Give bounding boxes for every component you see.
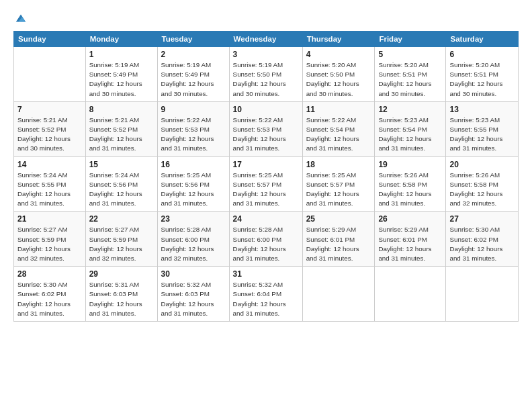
day-number: 9 <box>161 105 226 114</box>
weekday-header: Saturday <box>446 32 519 47</box>
day-info: Sunrise: 5:32 AM Sunset: 6:04 PM Dayligh… <box>233 280 299 318</box>
calendar-cell: 17Sunrise: 5:25 AM Sunset: 5:57 PM Dayli… <box>229 156 302 212</box>
day-info: Sunrise: 5:19 AM Sunset: 5:49 PM Dayligh… <box>161 60 226 99</box>
calendar-cell: 16Sunrise: 5:25 AM Sunset: 5:56 PM Dayli… <box>157 156 229 212</box>
calendar-week-row: 7Sunrise: 5:21 AM Sunset: 5:52 PM Daylig… <box>14 101 519 156</box>
day-info: Sunrise: 5:20 AM Sunset: 5:50 PM Dayligh… <box>306 60 371 99</box>
day-info: Sunrise: 5:24 AM Sunset: 5:56 PM Dayligh… <box>89 171 154 209</box>
calendar-cell <box>446 267 519 322</box>
day-info: Sunrise: 5:25 AM Sunset: 5:57 PM Dayligh… <box>306 171 371 209</box>
calendar-cell: 30Sunrise: 5:32 AM Sunset: 6:03 PM Dayli… <box>157 267 229 322</box>
calendar-table: SundayMondayTuesdayWednesdayThursdayFrid… <box>13 31 519 322</box>
day-info: Sunrise: 5:19 AM Sunset: 5:50 PM Dayligh… <box>233 60 299 99</box>
day-info: Sunrise: 5:21 AM Sunset: 5:52 PM Dayligh… <box>89 116 154 154</box>
day-info: Sunrise: 5:27 AM Sunset: 5:59 PM Dayligh… <box>17 225 82 263</box>
calendar-cell: 31Sunrise: 5:32 AM Sunset: 6:04 PM Dayli… <box>229 267 302 322</box>
calendar-cell: 19Sunrise: 5:26 AM Sunset: 5:58 PM Dayli… <box>375 156 446 212</box>
day-info: Sunrise: 5:30 AM Sunset: 6:02 PM Dayligh… <box>17 280 82 318</box>
calendar-cell: 18Sunrise: 5:25 AM Sunset: 5:57 PM Dayli… <box>302 156 375 212</box>
day-info: Sunrise: 5:28 AM Sunset: 6:00 PM Dayligh… <box>233 225 299 263</box>
day-number: 31 <box>233 269 299 279</box>
day-number: 7 <box>17 105 82 114</box>
day-info: Sunrise: 5:31 AM Sunset: 6:03 PM Dayligh… <box>89 280 154 318</box>
calendar-cell: 9Sunrise: 5:22 AM Sunset: 5:53 PM Daylig… <box>157 101 229 156</box>
weekday-header: Wednesday <box>229 32 302 47</box>
day-number: 22 <box>89 214 154 224</box>
calendar-week-row: 14Sunrise: 5:24 AM Sunset: 5:55 PM Dayli… <box>14 156 519 212</box>
day-number: 30 <box>161 269 226 279</box>
day-number: 14 <box>17 160 82 169</box>
calendar-week-row: 1Sunrise: 5:19 AM Sunset: 5:49 PM Daylig… <box>14 47 519 102</box>
day-info: Sunrise: 5:25 AM Sunset: 5:57 PM Dayligh… <box>233 171 299 209</box>
day-number: 23 <box>161 214 226 224</box>
calendar-cell: 4Sunrise: 5:20 AM Sunset: 5:50 PM Daylig… <box>302 47 375 102</box>
calendar-week-row: 28Sunrise: 5:30 AM Sunset: 6:02 PM Dayli… <box>14 267 519 322</box>
calendar-cell: 10Sunrise: 5:22 AM Sunset: 5:53 PM Dayli… <box>229 101 302 156</box>
weekday-header: Thursday <box>302 32 375 47</box>
weekday-header: Monday <box>85 32 157 47</box>
day-number: 19 <box>378 160 442 169</box>
calendar-cell: 12Sunrise: 5:23 AM Sunset: 5:54 PM Dayli… <box>375 101 446 156</box>
day-number: 17 <box>233 160 299 169</box>
day-info: Sunrise: 5:29 AM Sunset: 6:01 PM Dayligh… <box>378 225 442 263</box>
day-number: 5 <box>378 50 442 59</box>
weekday-header: Friday <box>375 32 446 47</box>
calendar-week-row: 21Sunrise: 5:27 AM Sunset: 5:59 PM Dayli… <box>14 212 519 267</box>
day-info: Sunrise: 5:29 AM Sunset: 6:01 PM Dayligh… <box>306 225 371 263</box>
day-info: Sunrise: 5:22 AM Sunset: 5:53 PM Dayligh… <box>161 116 226 154</box>
day-number: 21 <box>17 214 82 224</box>
day-number: 24 <box>233 214 299 224</box>
page: SundayMondayTuesdayWednesdayThursdayFrid… <box>0 0 532 411</box>
day-info: Sunrise: 5:30 AM Sunset: 6:02 PM Dayligh… <box>449 225 515 263</box>
logo-icon <box>15 12 27 24</box>
calendar-cell <box>375 267 446 322</box>
day-info: Sunrise: 5:25 AM Sunset: 5:56 PM Dayligh… <box>161 171 226 209</box>
logo <box>13 12 27 24</box>
day-info: Sunrise: 5:27 AM Sunset: 5:59 PM Dayligh… <box>89 225 154 263</box>
day-info: Sunrise: 5:23 AM Sunset: 5:55 PM Dayligh… <box>449 116 515 154</box>
calendar-header-row: SundayMondayTuesdayWednesdayThursdayFrid… <box>14 32 519 47</box>
calendar-cell: 14Sunrise: 5:24 AM Sunset: 5:55 PM Dayli… <box>14 156 86 212</box>
day-info: Sunrise: 5:24 AM Sunset: 5:55 PM Dayligh… <box>17 171 82 209</box>
day-info: Sunrise: 5:22 AM Sunset: 5:53 PM Dayligh… <box>233 116 299 154</box>
day-info: Sunrise: 5:20 AM Sunset: 5:51 PM Dayligh… <box>378 60 442 99</box>
day-info: Sunrise: 5:20 AM Sunset: 5:51 PM Dayligh… <box>449 60 515 99</box>
calendar-cell: 21Sunrise: 5:27 AM Sunset: 5:59 PM Dayli… <box>14 212 86 267</box>
day-info: Sunrise: 5:26 AM Sunset: 5:58 PM Dayligh… <box>378 171 442 209</box>
calendar-cell: 26Sunrise: 5:29 AM Sunset: 6:01 PM Dayli… <box>375 212 446 267</box>
day-number: 15 <box>89 160 154 169</box>
calendar-cell: 22Sunrise: 5:27 AM Sunset: 5:59 PM Dayli… <box>85 212 157 267</box>
day-number: 28 <box>17 269 82 279</box>
calendar-cell: 27Sunrise: 5:30 AM Sunset: 6:02 PM Dayli… <box>446 212 519 267</box>
day-number: 3 <box>233 50 299 59</box>
calendar-cell: 15Sunrise: 5:24 AM Sunset: 5:56 PM Dayli… <box>85 156 157 212</box>
calendar-cell: 25Sunrise: 5:29 AM Sunset: 6:01 PM Dayli… <box>302 212 375 267</box>
calendar-cell: 24Sunrise: 5:28 AM Sunset: 6:00 PM Dayli… <box>229 212 302 267</box>
day-number: 12 <box>378 105 442 114</box>
day-number: 13 <box>449 105 515 114</box>
day-number: 27 <box>449 214 515 224</box>
calendar-cell <box>14 47 86 102</box>
calendar-cell: 20Sunrise: 5:26 AM Sunset: 5:58 PM Dayli… <box>446 156 519 212</box>
day-number: 20 <box>449 160 515 169</box>
day-number: 10 <box>233 105 299 114</box>
day-number: 8 <box>89 105 154 114</box>
day-number: 18 <box>306 160 371 169</box>
day-number: 6 <box>449 50 515 59</box>
day-info: Sunrise: 5:19 AM Sunset: 5:49 PM Dayligh… <box>89 60 154 99</box>
day-number: 26 <box>378 214 442 224</box>
calendar-cell <box>302 267 375 322</box>
day-info: Sunrise: 5:22 AM Sunset: 5:54 PM Dayligh… <box>306 116 371 154</box>
day-info: Sunrise: 5:23 AM Sunset: 5:54 PM Dayligh… <box>378 116 442 154</box>
day-number: 4 <box>306 50 371 59</box>
calendar-cell: 1Sunrise: 5:19 AM Sunset: 5:49 PM Daylig… <box>85 47 157 102</box>
day-number: 11 <box>306 105 371 114</box>
calendar-cell: 2Sunrise: 5:19 AM Sunset: 5:49 PM Daylig… <box>157 47 229 102</box>
day-number: 25 <box>306 214 371 224</box>
day-info: Sunrise: 5:32 AM Sunset: 6:03 PM Dayligh… <box>161 280 226 318</box>
calendar-cell: 13Sunrise: 5:23 AM Sunset: 5:55 PM Dayli… <box>446 101 519 156</box>
header <box>13 12 519 24</box>
day-number: 16 <box>161 160 226 169</box>
calendar-cell: 8Sunrise: 5:21 AM Sunset: 5:52 PM Daylig… <box>85 101 157 156</box>
calendar-cell: 11Sunrise: 5:22 AM Sunset: 5:54 PM Dayli… <box>302 101 375 156</box>
